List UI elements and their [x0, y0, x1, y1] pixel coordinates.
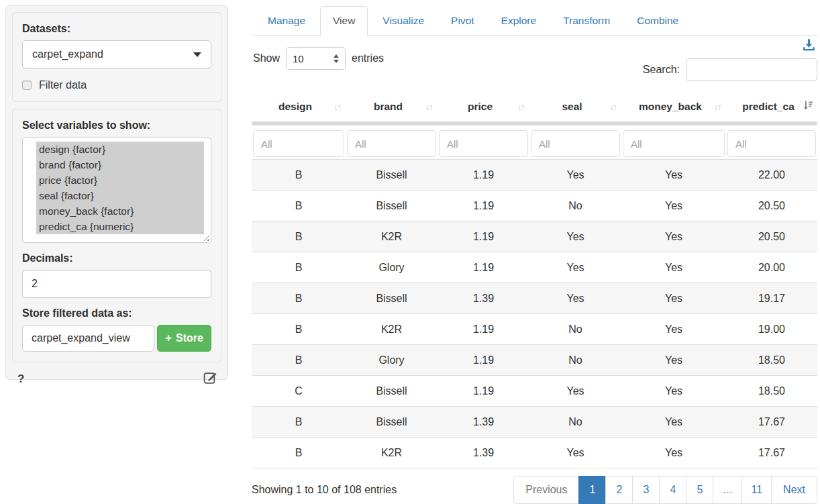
column-header-brand[interactable]: brand↓↑ [346, 101, 438, 113]
table-cell: Bissell [346, 385, 438, 397]
resize-handle[interactable] [203, 234, 209, 241]
filter-input-money_back[interactable] [623, 130, 725, 157]
tab-view[interactable]: View [320, 6, 368, 36]
variable-option[interactable]: brand {factor} [36, 157, 204, 172]
variables-label: Select variables to show: [22, 119, 211, 132]
page-button-4[interactable]: 4 [659, 476, 686, 504]
column-header-label: design [278, 101, 312, 112]
variable-option[interactable]: price {factor} [36, 172, 204, 188]
table-cell: Bissell [346, 200, 438, 212]
tab-manage[interactable]: Manage [256, 7, 317, 35]
column-header-predict_ca[interactable]: predict_ca [726, 101, 817, 113]
page-length-select[interactable]: 10 [286, 47, 346, 70]
sidebar: Datasets: carpet_expand Filter data Sele… [5, 5, 228, 380]
table-cell: B [252, 293, 346, 305]
store-name-input[interactable] [22, 325, 154, 352]
table-cell: Glory [346, 354, 438, 366]
search-input[interactable] [686, 58, 817, 81]
dataset-select[interactable]: carpet_expand [22, 40, 211, 68]
column-header-label: seal [562, 101, 582, 112]
decimals-input[interactable] [22, 270, 211, 298]
store-button-label: Store [176, 332, 203, 344]
filter-input-price[interactable] [439, 130, 528, 157]
show-label: Show [253, 52, 280, 64]
table-row: CBissell1.19YesYes18.50 [252, 375, 817, 406]
table-cell: 1.39 [438, 416, 529, 428]
table-cell: B [252, 354, 346, 366]
tab-transform[interactable]: Transform [551, 7, 622, 35]
variable-option[interactable]: predict_ca {numeric} [36, 219, 204, 234]
tab-explore[interactable]: Explore [489, 7, 549, 35]
tab-bar: ManageViewVisualizePivotExploreTransform… [252, 0, 817, 36]
page-ellipsis: … [713, 476, 742, 504]
filter-input-brand[interactable] [347, 130, 436, 157]
column-header-money_back[interactable]: money_back↓↑ [621, 101, 726, 113]
tab-pivot[interactable]: Pivot [439, 7, 486, 35]
page-button-3[interactable]: 3 [632, 476, 660, 504]
table-controls: Show 10 entries Search: [252, 36, 817, 94]
table-cell: Yes [529, 169, 621, 181]
table-cell: 1.19 [438, 262, 529, 274]
table-row: BK2R1.19YesYes20.50 [252, 221, 817, 252]
filter-input-seal[interactable] [531, 130, 620, 157]
table-cell: C [252, 385, 346, 397]
table-cell: 20.50 [726, 200, 817, 212]
page-next-button[interactable]: Next [771, 476, 817, 504]
column-header-design[interactable]: design↓↑ [252, 101, 346, 113]
variable-option[interactable]: money_back {factor} [36, 203, 204, 219]
main-panel: ManageViewVisualizePivotExploreTransform… [252, 0, 817, 504]
table-cell: 17.67 [726, 416, 817, 428]
help-icon[interactable]: ? [17, 372, 24, 386]
horizontal-scrollbar[interactable] [252, 121, 817, 125]
table-row: BGlory1.19NoYes18.50 [252, 344, 817, 375]
column-header-label: predict_ca [742, 101, 795, 112]
filter-input-design[interactable] [253, 130, 344, 157]
page-button-5[interactable]: 5 [686, 476, 713, 504]
filter-cell [621, 130, 726, 157]
page-button-11[interactable]: 11 [741, 476, 772, 504]
variables-listbox[interactable]: design {factor}brand {factor}price {fact… [22, 137, 211, 243]
table-cell: Yes [529, 447, 621, 459]
table-cell: No [529, 200, 621, 212]
table-cell: No [529, 416, 621, 428]
table-row: BGlory1.19YesYes20.00 [252, 252, 817, 283]
table-cell: Yes [529, 385, 621, 397]
table-cell: 1.19 [438, 385, 529, 397]
table-cell: Yes [621, 354, 726, 366]
page-previous-button[interactable]: Previous [513, 476, 579, 504]
table-row: BBissell1.19YesYes22.00 [252, 159, 817, 190]
table-cell: Yes [621, 385, 726, 397]
table-cell: 1.19 [438, 323, 529, 336]
filter-data-checkbox[interactable] [22, 81, 32, 90]
table-cell: B [252, 231, 346, 243]
table-footer: Showing 1 to 10 of 108 entries Previous1… [252, 476, 817, 504]
search-control: Search: [643, 58, 817, 81]
table-cell: Yes [621, 262, 726, 274]
table-cell: Glory [346, 262, 438, 274]
page-button-1[interactable]: 1 [578, 476, 606, 504]
filter-input-predict_ca[interactable] [727, 130, 816, 157]
store-button[interactable]: + Store [157, 325, 211, 352]
column-header-seal[interactable]: seal↓↑ [529, 101, 621, 113]
table-cell: Yes [621, 231, 726, 243]
tab-visualize[interactable]: Visualize [370, 7, 436, 35]
decimals-label: Decimals: [22, 252, 211, 264]
table-row: BK2R1.19NoYes19.00 [252, 313, 817, 344]
variable-option[interactable]: seal {factor} [36, 188, 204, 203]
table-cell: 17.67 [726, 447, 817, 459]
table-cell: Bissell [346, 416, 438, 428]
table-cell: B [252, 323, 346, 336]
spinner-icon [334, 54, 339, 63]
table-row: BBissell1.39YesYes19.17 [252, 283, 817, 313]
table-cell: Bissell [346, 169, 438, 181]
download-icon[interactable] [803, 38, 815, 54]
edit-icon[interactable] [203, 370, 217, 387]
column-header-price[interactable]: price↓↑ [438, 101, 529, 113]
entries-label: entries [352, 52, 384, 64]
filter-cell [726, 130, 817, 157]
variable-option[interactable]: design {factor} [36, 142, 204, 157]
page-button-2[interactable]: 2 [605, 476, 633, 504]
table-cell: 1.39 [438, 293, 529, 305]
tab-combine[interactable]: Combine [625, 7, 690, 35]
view-options-panel: Select variables to show: design {factor… [12, 109, 221, 362]
